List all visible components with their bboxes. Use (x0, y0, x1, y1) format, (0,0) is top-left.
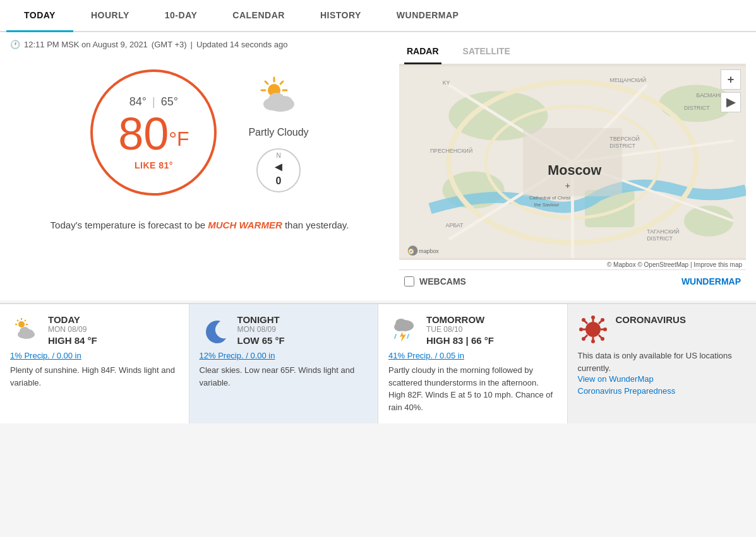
svg-text:the Saviour: the Saviour (534, 202, 560, 208)
coronavirus-card-description: This data is only available for US locat… (578, 350, 747, 374)
svg-point-10 (277, 96, 292, 107)
svg-text:🧭: 🧭 (408, 248, 414, 254)
timezone: (GMT +3) (152, 40, 187, 49)
right-panel: RADAR SATELLITE (399, 40, 746, 293)
coronavirus-card-title-area: CORONAVIRUS (616, 314, 686, 325)
coronavirus-wundermap-link[interactable]: View on WunderMap (578, 374, 747, 384)
main-content: 🕐 12:11 PM MSK on August 9, 2021 (GMT +3… (0, 32, 756, 300)
nav-tabs: TODAY HOURLY 10-DAY CALENDAR HISTORY WUN… (0, 0, 756, 32)
tab-radar[interactable]: RADAR (404, 40, 441, 64)
condition-label: Partly Cloudy (248, 127, 308, 138)
today-card-title-area: TODAY MON 08/09 HIGH 84 °F (48, 314, 97, 346)
divider: | (191, 40, 193, 49)
zoom-in-button[interactable]: + (721, 69, 741, 90)
timestamp: 12:11 PM MSK on August 9, 2021 (24, 40, 148, 49)
tab-10day[interactable]: 10-DAY (147, 0, 215, 32)
today-card: TODAY MON 08/09 HIGH 84 °F 1% Precip. / … (0, 303, 189, 423)
svg-text:ПРЕСНЕНСКИЙ: ПРЕСНЕНСКИЙ (430, 147, 472, 154)
tab-history[interactable]: HISTORY (303, 0, 379, 32)
play-button[interactable]: ▶ (721, 92, 741, 112)
timestamp-bar: 🕐 12:11 PM MSK on August 9, 2021 (GMT +3… (10, 40, 389, 49)
temp-divider: | (152, 95, 155, 108)
svg-line-4 (265, 81, 268, 84)
temp-current-display: 80°F (118, 111, 189, 156)
temperature-circle: 84° | 65° 80°F LIKE 81° (90, 69, 217, 196)
forecast-text: Today's temperature is forecast to be MU… (10, 208, 389, 243)
tab-wundermap[interactable]: WUNDERMAP (379, 0, 477, 32)
webcams-checkbox[interactable]: WEBCAMS (404, 276, 466, 286)
svg-point-75 (582, 337, 585, 341)
tomorrow-card-description: Partly cloudy in the morning followed by… (388, 364, 557, 413)
svg-line-59 (395, 334, 396, 338)
coronavirus-preparedness-link[interactable]: Coronavirus Preparedness (578, 386, 747, 396)
svg-point-57 (402, 321, 412, 329)
tomorrow-card-title: TOMORROW (426, 314, 494, 325)
forecast-text-end: than yesterday. (282, 220, 349, 230)
svg-point-71 (582, 318, 585, 322)
tonight-card-icon (200, 314, 230, 345)
tab-hourly[interactable]: HOURLY (73, 0, 147, 32)
svg-marker-58 (400, 332, 406, 342)
tonight-card-temp: LOW 65 °F (237, 335, 285, 346)
tab-today[interactable]: TODAY (6, 0, 73, 32)
temp-hi-lo: 84° | 65° (129, 95, 178, 109)
svg-line-60 (407, 334, 409, 338)
today-card-description: Plenty of sunshine. High 84F. Winds ligh… (10, 364, 179, 389)
tab-calendar[interactable]: CALENDAR (215, 0, 303, 32)
tonight-card-precip[interactable]: 12% Precip. / 0.00 in (200, 351, 368, 360)
svg-line-1 (280, 81, 283, 84)
today-card-date: MON 08/09 (48, 325, 97, 334)
feels-like: LIKE 81° (135, 160, 173, 170)
map-controls: + ▶ (721, 69, 741, 112)
map-attribution: © Mapbox © OpenStreetMap | Improve this … (399, 260, 746, 269)
svg-text:mapbox: mapbox (419, 248, 439, 254)
today-card-header: TODAY MON 08/09 HIGH 84 °F (10, 314, 179, 346)
tomorrow-card-icon (388, 314, 419, 345)
webcams-input[interactable] (404, 276, 414, 286)
svg-line-45 (25, 320, 26, 321)
tomorrow-card-title-area: TOMORROW TUE 08/10 HIGH 83 | 66 °F (426, 314, 494, 346)
today-card-precip[interactable]: 1% Precip. / 0.00 in (10, 351, 179, 360)
svg-text:АРБАТ: АРБАТ (446, 222, 464, 228)
today-card-icon (10, 314, 40, 345)
svg-text:KY: KY (443, 80, 450, 86)
map-svg[interactable]: KY МЕЩАНСКИЙ БАСМАНН DISTRICT ТВЕРСКОЙ D… (399, 64, 746, 260)
forecast-text-start: Today's temperature is forecast to be (51, 220, 208, 230)
svg-point-67 (579, 328, 583, 331)
map-tabs: RADAR SATELLITE (399, 40, 746, 64)
tonight-card-date: MON 08/09 (237, 325, 285, 334)
temp-current: 80 (118, 109, 169, 159)
today-card-title: TODAY (48, 314, 97, 325)
svg-text:Moscow: Moscow (548, 162, 601, 178)
temp-high: 84° (129, 95, 147, 108)
svg-text:+: + (565, 181, 570, 191)
compass-arrow-icon: ◄ (272, 160, 285, 174)
wind-compass: N ◄ 0 (256, 148, 301, 192)
temp-unit: °F (169, 127, 189, 150)
map-bottom-bar: WEBCAMS WUNDERMAP (399, 269, 746, 293)
svg-text:DISTRICT: DISTRICT (684, 105, 710, 111)
webcams-label: WEBCAMS (419, 276, 466, 286)
wundermap-link[interactable]: WUNDERMAP (681, 276, 741, 286)
svg-text:Cathedral of Christ: Cathedral of Christ (529, 195, 571, 201)
tonight-card-description: Clear skies. Low near 65F. Winds light a… (200, 364, 368, 389)
tab-satellite[interactable]: SATELLITE (460, 40, 513, 64)
compass-north: N (276, 152, 280, 159)
bottom-cards: TODAY MON 08/09 HIGH 84 °F 1% Precip. / … (0, 303, 756, 423)
tonight-card-header: TONIGHT MON 08/09 LOW 65 °F (200, 314, 368, 346)
tomorrow-card-precip[interactable]: 41% Precip. / 0.05 in (388, 351, 557, 360)
tonight-card: TONIGHT MON 08/09 LOW 65 °F 12% Precip. … (189, 303, 379, 423)
today-card-temp: HIGH 84 °F (48, 335, 97, 346)
feels-like-label: LIKE (135, 160, 156, 170)
weather-condition: Partly Cloudy N ◄ 0 (248, 73, 308, 192)
svg-text:ТАГАНСКИЙ: ТАГАНСКИЙ (647, 228, 680, 235)
tonight-card-title-area: TONIGHT MON 08/09 LOW 65 °F (237, 314, 285, 346)
svg-point-69 (603, 328, 607, 331)
weather-main: 84° | 65° 80°F LIKE 81° (10, 57, 389, 208)
svg-point-73 (601, 318, 604, 322)
tomorrow-card-temp: HIGH 83 | 66 °F (426, 335, 494, 346)
temp-low: 65° (161, 95, 178, 108)
svg-point-77 (601, 337, 604, 341)
coronavirus-card-header: CORONAVIRUS (578, 314, 747, 345)
feels-like-value: 81° (159, 160, 173, 170)
